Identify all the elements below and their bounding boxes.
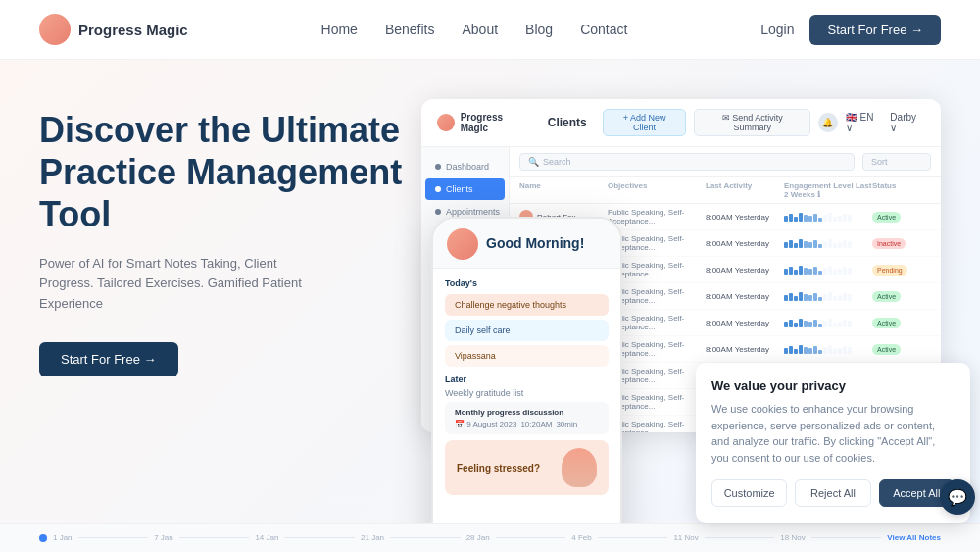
engagement-bars: [784, 319, 872, 327]
timeline-line-4: [390, 537, 461, 538]
meeting-detail: 📅 9 August 2023 10:20AM 30min: [455, 420, 599, 428]
hero-left: Discover the Ultimate Practice Managemen…: [39, 99, 412, 550]
timeline-line-3: [284, 537, 355, 538]
engagement-bars: [784, 292, 872, 301]
dp-logo-name: Progress Magic: [461, 112, 532, 133]
cookie-buttons: Customize Reject All Accept All: [711, 479, 955, 507]
status-badge: Pending: [872, 265, 907, 276]
phone-avatar: [447, 228, 478, 260]
sidebar-item-clients[interactable]: Clients: [425, 178, 505, 200]
timeline-line-2: [179, 537, 250, 538]
client-last-activity: 8:00AM Yesterday: [706, 239, 784, 248]
nav-contact[interactable]: Contact: [580, 22, 627, 37]
timeline-label-5: 4 Feb: [571, 533, 591, 542]
stress-card[interactable]: Feeling stressed?: [445, 440, 609, 495]
task-2[interactable]: Daily self care: [445, 320, 609, 341]
client-objectives: Public Speaking, Self-Acceptance...: [608, 340, 706, 358]
timeline-line-1: [78, 537, 149, 538]
status-badge: Active: [872, 291, 901, 302]
logo-text: Progress Magic: [78, 22, 188, 38]
client-objectives: Public Speaking, Self-Acceptance...: [608, 208, 706, 226]
phone-body: Today's Challenge negative thoughts Dail…: [433, 269, 620, 505]
timeline-line-5: [496, 537, 566, 538]
client-objectives: Public Speaking, Self-Acceptance...: [608, 261, 706, 278]
clients-icon: [435, 186, 441, 192]
login-link[interactable]: Login: [760, 22, 794, 37]
chat-bubble-button[interactable]: 💬: [940, 479, 975, 515]
dp-header-right: + Add New Client ✉ Send Activity Summary…: [603, 109, 925, 136]
nav-blog[interactable]: Blog: [525, 22, 553, 37]
hero-subtitle: Power of AI for Smart Notes Taking, Clie…: [39, 254, 333, 315]
phone-header: Good Morning!: [433, 219, 620, 269]
dp-logo-dot: [437, 114, 455, 131]
cookie-text: We use cookies to enhance your browsing …: [711, 401, 955, 466]
timeline-bar: 1 Jan 7 Jan 14 Jan 21 Jan 28 Jan 4 Feb 1…: [0, 523, 980, 552]
hero-cta-button[interactable]: Start For Free →: [39, 342, 178, 376]
language-selector[interactable]: 🇬🇧 EN ∨: [846, 112, 883, 133]
client-last-activity: 8:00AM Yesterday: [706, 266, 784, 275]
sidebar-item-dashboard[interactable]: Dashboard: [425, 156, 505, 177]
later-label: Later: [445, 375, 609, 384]
client-last-activity: 8:00AM Yesterday: [706, 319, 784, 327]
client-last-activity: 8:00AM Yesterday: [706, 345, 784, 354]
add-client-button[interactable]: + Add New Client: [603, 109, 687, 136]
client-objectives: Public Speaking, Self-Acceptance...: [608, 287, 706, 305]
client-objectives: Public Speaking, Self-Acceptance...: [608, 234, 706, 252]
sort-select[interactable]: Sort: [862, 153, 931, 171]
send-summary-button[interactable]: ✉ Send Activity Summary: [694, 109, 810, 136]
reject-all-button[interactable]: Reject All: [795, 479, 870, 507]
timeline-label-3: 21 Jan: [361, 533, 384, 542]
nav-links: Home Benefits About Blog Contact: [321, 21, 628, 38]
client-objectives: Public Speaking, Self-Acceptance...: [608, 420, 706, 432]
view-all-notes[interactable]: View All Notes: [887, 533, 941, 542]
nav-benefits[interactable]: Benefits: [385, 22, 435, 37]
engagement-bars: [784, 266, 872, 275]
appointments-icon: [435, 209, 441, 215]
dp-logo: Progress Magic: [437, 112, 532, 133]
task-1[interactable]: Challenge negative thoughts: [445, 294, 609, 316]
task-3[interactable]: Vipassana: [445, 345, 609, 367]
today-label: Today's: [445, 278, 609, 288]
logo[interactable]: Progress Magic: [39, 14, 188, 45]
hero-title: Discover the Ultimate Practice Managemen…: [39, 109, 412, 236]
client-last-activity: 8:00AM Yesterday: [706, 213, 784, 222]
phone-avatar-area: Good Morning!: [447, 228, 607, 260]
search-input[interactable]: 🔍 Search: [519, 153, 855, 171]
customize-button[interactable]: Customize: [711, 479, 787, 507]
dashboard-header: Progress Magic Clients + Add New Client …: [421, 99, 941, 147]
search-row: 🔍 Search Sort: [510, 147, 941, 177]
engagement-bars: [784, 213, 872, 222]
logo-icon: [39, 14, 71, 45]
engagement-bars: [784, 345, 872, 354]
status-badge: Active: [872, 318, 901, 328]
timeline-label-2: 14 Jan: [255, 533, 278, 542]
client-objectives: Public Speaking, Self-Acceptance...: [608, 367, 706, 384]
engagement-bars: [784, 239, 872, 248]
stress-text: Feeling stressed?: [457, 463, 540, 474]
table-header: Name Objectives Last Activity Engagement…: [510, 177, 941, 204]
timeline-line-6: [598, 537, 668, 538]
nav-home[interactable]: Home: [321, 22, 358, 37]
timeline-label-1: 7 Jan: [154, 533, 173, 542]
client-objectives: Public Speaking, Self-Acceptance...: [608, 314, 706, 331]
dashboard-icon: [435, 164, 441, 170]
phone-overlay: Good Morning! Today's Challenge negative…: [431, 217, 622, 552]
user-menu[interactable]: Darby ∨: [890, 112, 925, 133]
timeline-label-4: 28 Jan: [466, 533, 490, 542]
client-last-activity: 8:00AM Yesterday: [706, 292, 784, 301]
meeting-title: Monthly progress discussion: [455, 408, 599, 417]
timeline-label-0: 1 Jan: [53, 533, 73, 542]
later-item-1[interactable]: Weekly gratitude list: [445, 388, 609, 398]
stress-figure: [562, 448, 597, 487]
bell-icon[interactable]: 🔔: [818, 113, 838, 132]
cookie-banner: We value your privacy We use cookies to …: [696, 363, 970, 523]
meeting-card: Monthly progress discussion 📅 9 August 2…: [445, 402, 609, 434]
dp-clients-title: Clients: [548, 116, 587, 129]
status-badge: Active: [872, 212, 901, 223]
phone-greeting: Good Morning!: [486, 235, 584, 253]
nav-cta-button[interactable]: Start For Free →: [809, 15, 941, 45]
timeline-label-6: 11 Nov: [673, 533, 698, 542]
timeline-line-8: [811, 537, 882, 538]
status-badge: Inactive: [872, 238, 906, 249]
nav-about[interactable]: About: [463, 22, 499, 37]
